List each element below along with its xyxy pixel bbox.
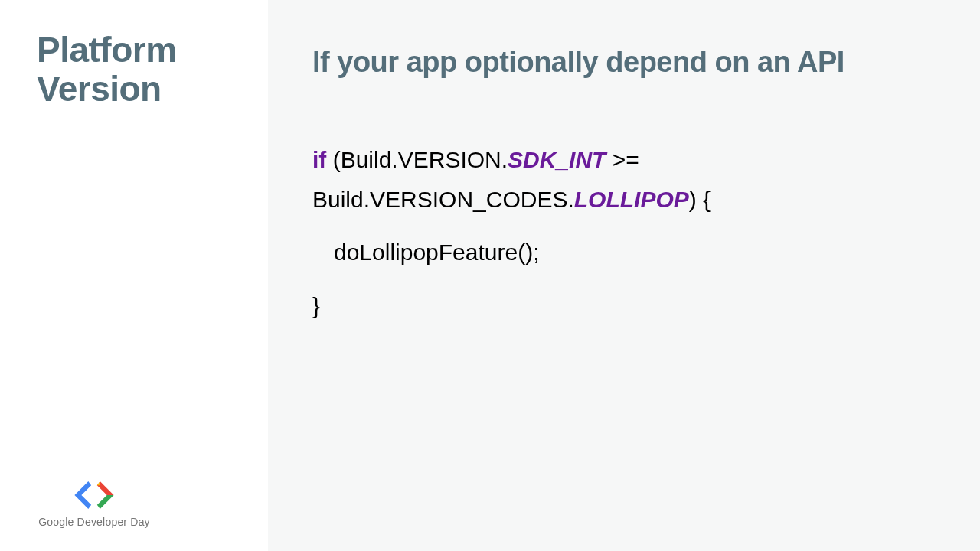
developer-day-logo-icon [70, 479, 119, 511]
branding-prefix: Google [38, 516, 74, 528]
code-text: Build.VERSION_CODES. [312, 187, 574, 212]
branding-suffix: Developer Day [74, 516, 150, 528]
code-line-2: Build.VERSION_CODES.LOLLIPOP) { [312, 180, 934, 220]
slide-headline: If your app optionally depend on an API [312, 46, 934, 79]
const-lollipop: LOLLIPOP [574, 187, 689, 212]
main-panel: If your app optionally depend on an API … [268, 0, 980, 551]
left-panel: Platform Version Google Developer Day [0, 0, 268, 551]
code-line-1: if (Build.VERSION.SDK_INT >= [312, 140, 934, 180]
branding: Google Developer Day [37, 479, 152, 528]
code-text: } [312, 293, 320, 318]
code-text: doLollipopFeature(); [334, 240, 540, 265]
slide: Platform Version Google Developer Day If… [0, 0, 980, 551]
code-text: (Build.VERSION. [326, 147, 508, 172]
keyword-if: if [312, 147, 326, 172]
code-block: if (Build.VERSION.SDK_INT >= Build.VERSI… [312, 140, 934, 325]
section-title-line1: Platform [37, 30, 177, 70]
section-title: Platform Version [37, 31, 245, 108]
code-line-4: } [312, 286, 934, 326]
section-title-line2: Version [37, 69, 162, 109]
code-text: >= [606, 147, 639, 172]
code-text: ) { [689, 187, 710, 212]
branding-text: Google Developer Day [38, 516, 150, 528]
const-sdk-int: SDK_INT [508, 147, 606, 172]
code-line-3: doLollipopFeature(); [312, 233, 934, 272]
